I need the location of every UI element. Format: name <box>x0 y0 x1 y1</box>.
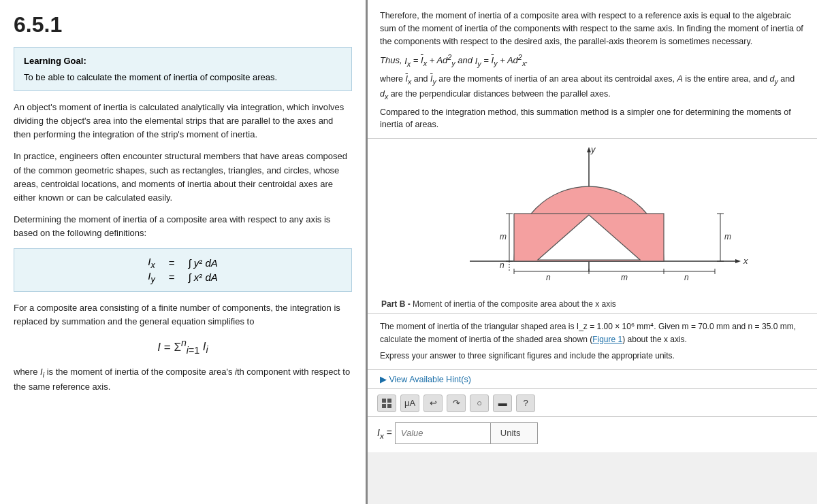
problem-text1: The moment of inertia of the triangular … <box>380 322 796 344</box>
para3: Determining the moment of inertia of a c… <box>14 213 352 240</box>
formula-ix-lhs: Ix <box>148 256 155 270</box>
para4: For a composite area consisting of a fin… <box>14 301 352 329</box>
svg-text:m: m <box>621 273 628 282</box>
diagram-svg-container: x y m <box>374 146 810 295</box>
summation-formula: I = Σni=1 Ii <box>14 337 352 356</box>
integral-formulas-box: Ix = ∫ y² dA Iy = ∫ x² dA <box>14 248 352 292</box>
formula-ix-rhs: ∫ y² dA <box>188 257 217 269</box>
grid-tool-button[interactable] <box>377 394 396 412</box>
svg-text:x: x <box>743 256 748 266</box>
figure-link[interactable]: Figure 1 <box>592 335 622 344</box>
learning-goal-title: Learning Goal: <box>24 54 342 68</box>
learning-goal-box: Learning Goal: To be able to calculate t… <box>14 47 352 91</box>
svg-text:m: m <box>724 232 731 241</box>
redo-button[interactable]: ↷ <box>447 394 466 412</box>
diagram-caption: Part B - Moment of inertia of the compos… <box>374 299 810 309</box>
where-text: where Ix and Iy are the moments of inert… <box>380 73 805 101</box>
hint-link[interactable]: View Available Hint(s) <box>380 375 471 384</box>
answer-toolbar: μA ↩ ↷ ○ ▬ ? <box>368 389 817 417</box>
caption-part: Part B - <box>381 299 411 309</box>
formula-iy-rhs: ∫ x² dA <box>188 271 217 283</box>
learning-goal-text: To be able to calculate the moment of in… <box>24 71 342 84</box>
reset-button[interactable]: ○ <box>470 394 489 412</box>
formula-ix: Ix = ∫ y² dA <box>24 256 342 270</box>
caption-text: Moment of inertia of the composite area … <box>411 299 616 309</box>
svg-text:y: y <box>590 146 596 154</box>
units-label: Units <box>500 428 521 438</box>
micro-a-button[interactable]: μA <box>400 394 419 412</box>
express-text: Express your answer to three significant… <box>380 350 805 363</box>
text-button[interactable]: ▬ <box>493 394 512 412</box>
para2: In practice, engineers often encounter s… <box>14 150 352 205</box>
answer-row: Ix = Units <box>368 417 817 452</box>
diagram-area: x y m <box>368 139 817 314</box>
svg-text:n: n <box>500 261 504 270</box>
para5: where Ii is the moment of inertia of the… <box>14 365 352 394</box>
problem-text2: ) about the x axis. <box>622 335 687 344</box>
hint-row: View Available Hint(s) <box>368 370 817 389</box>
section-title: 6.5.1 <box>14 12 352 37</box>
svg-text:n: n <box>546 273 551 282</box>
formula-iy-eq: = <box>169 271 175 283</box>
answer-value-input[interactable] <box>395 422 490 444</box>
undo-button[interactable]: ↩ <box>423 394 443 412</box>
answer-label: Ix = <box>377 427 392 440</box>
grid-icon <box>382 399 391 408</box>
units-box: Units <box>490 422 538 444</box>
problem-box: The moment of inertia of the triangular … <box>368 314 817 370</box>
formula-ix-eq: = <box>169 257 175 269</box>
top-text: Therefore, the moment of inertia of a co… <box>380 10 805 48</box>
svg-text:m: m <box>500 232 507 241</box>
formula-iy: Iy = ∫ x² dA <box>24 270 342 284</box>
para1: An object's moment of inertia is calcula… <box>14 101 352 141</box>
formula-iy-lhs: Iy <box>148 270 155 284</box>
composite-diagram: x y m <box>429 146 756 295</box>
compared-text: Compared to the integration method, this… <box>380 106 805 132</box>
left-panel: 6.5.1 Learning Goal: To be able to calcu… <box>0 0 368 504</box>
top-text-box: Therefore, the moment of inertia of a co… <box>368 0 817 139</box>
help-button[interactable]: ? <box>516 394 535 412</box>
problem-text: The moment of inertia of the triangular … <box>380 320 805 346</box>
right-panel: Therefore, the moment of inertia of a co… <box>368 0 817 504</box>
thus-line: Thus, Ix = Ix + Ad2y and Iy = Iy + Ad2x. <box>380 52 805 69</box>
svg-text:n: n <box>684 273 689 282</box>
svg-marker-1 <box>735 259 741 263</box>
